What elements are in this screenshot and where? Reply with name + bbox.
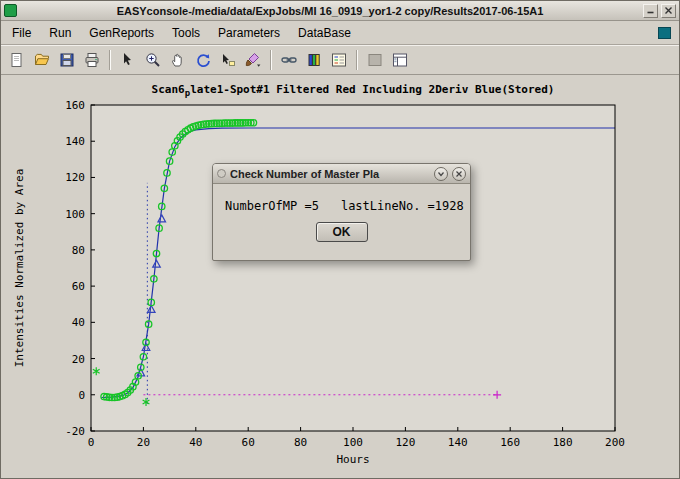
dialog-ok-button[interactable]: OK — [316, 222, 368, 242]
app-window: EASYconsole-/media/data/ExpJobs/MI 16_09… — [0, 0, 680, 479]
svg-text:160: 160 — [500, 436, 520, 449]
svg-text:40: 40 — [189, 436, 202, 449]
svg-text:180: 180 — [553, 436, 573, 449]
new-file-button[interactable] — [5, 48, 29, 72]
close-icon — [664, 6, 673, 15]
window-title: EASYconsole-/media/data/ExpJobs/MI 16_09… — [20, 5, 640, 17]
svg-text:80: 80 — [72, 244, 85, 257]
svg-text:20: 20 — [72, 353, 85, 366]
dialog-collapse-button[interactable] — [434, 167, 448, 181]
svg-text:40: 40 — [72, 316, 85, 329]
toolbar-separator — [356, 50, 358, 70]
dialog-body: NumberOfMP =5 lastLineNo. =1928 OK — [213, 184, 470, 260]
svg-text:60: 60 — [242, 436, 255, 449]
menu-file[interactable]: File — [3, 23, 40, 43]
svg-text:140: 140 — [448, 436, 468, 449]
pan-icon — [169, 51, 187, 69]
menu-database[interactable]: DataBase — [289, 23, 360, 43]
brush-button[interactable] — [241, 48, 265, 72]
titlebar[interactable]: EASYconsole-/media/data/ExpJobs/MI 16_09… — [1, 1, 679, 21]
insert-legend-button[interactable] — [327, 48, 351, 72]
print-button[interactable] — [80, 48, 104, 72]
zoom-in-icon — [144, 51, 162, 69]
hide-plot-tools-button[interactable] — [363, 48, 387, 72]
app-icon — [4, 4, 17, 17]
svg-text:120: 120 — [65, 171, 85, 184]
svg-text:140: 140 — [65, 135, 85, 148]
hide-plot-tools-icon — [366, 51, 384, 69]
dialog-field-lastlineno: lastLineNo. =1928 — [341, 199, 464, 213]
open-file-icon — [33, 51, 51, 69]
zoom-in-button[interactable] — [141, 48, 165, 72]
open-file-button[interactable] — [30, 48, 54, 72]
plot-canvas[interactable]: 020406080100120140160180200-200204060801… — [1, 75, 679, 477]
dialog-title: Check Number of Master Pla — [230, 168, 430, 180]
svg-text:60: 60 — [72, 280, 85, 293]
menu-parameters[interactable]: Parameters — [209, 23, 289, 43]
menu-tools[interactable]: Tools — [163, 23, 209, 43]
figure-area: 020406080100120140160180200-200204060801… — [1, 75, 679, 478]
menu-genreports[interactable]: GenReports — [80, 23, 163, 43]
edit-plot-button[interactable] — [116, 48, 140, 72]
minimize-icon — [646, 6, 655, 15]
pan-button[interactable] — [166, 48, 190, 72]
rotate-3d-button[interactable] — [191, 48, 215, 72]
dialog-check-number-of-master-plates: Check Number of Master Pla NumberOfMP =5… — [212, 163, 471, 261]
data-cursor-icon — [219, 51, 237, 69]
insert-colorbar-icon — [305, 51, 323, 69]
dialog-app-icon — [217, 169, 226, 178]
show-plot-tools-icon — [391, 51, 409, 69]
menubar: File Run GenReports Tools Parameters Dat… — [1, 21, 679, 45]
close-button[interactable] — [661, 4, 676, 18]
dialog-close-button[interactable] — [452, 167, 466, 181]
brush-icon — [244, 51, 262, 69]
svg-text:20: 20 — [137, 436, 150, 449]
y-axis-label: Intensities Normalized by Area — [13, 169, 26, 368]
show-plot-tools-button[interactable] — [388, 48, 412, 72]
save-file-button[interactable] — [55, 48, 79, 72]
new-file-icon — [8, 51, 26, 69]
minimize-button[interactable] — [643, 4, 658, 18]
svg-text:80: 80 — [294, 436, 307, 449]
plot-title: Scan6plate1-Spot#1 Filtered Red Includin… — [152, 83, 555, 98]
x-axis-label: Hours — [336, 453, 369, 466]
svg-text:120: 120 — [395, 436, 415, 449]
svg-text:100: 100 — [343, 436, 363, 449]
save-file-icon — [58, 51, 76, 69]
dialog-titlebar[interactable]: Check Number of Master Pla — [213, 164, 470, 184]
link-plot-button[interactable] — [277, 48, 301, 72]
menubar-badge — [658, 27, 671, 39]
toolbar-separator — [270, 50, 272, 70]
data-cursor-button[interactable] — [216, 48, 240, 72]
svg-text:0: 0 — [88, 436, 95, 449]
link-plot-icon — [280, 51, 298, 69]
svg-text:160: 160 — [65, 99, 85, 112]
edit-plot-icon — [119, 51, 137, 69]
svg-text:200: 200 — [605, 436, 625, 449]
svg-text:100: 100 — [65, 208, 85, 221]
close-icon — [455, 170, 463, 178]
dialog-field-numberofmp: NumberOfMP =5 — [225, 199, 319, 213]
svg-text:-20: -20 — [65, 425, 85, 438]
svg-text:0: 0 — [78, 389, 85, 402]
menu-run[interactable]: Run — [40, 23, 80, 43]
toolbar-separator — [109, 50, 111, 70]
insert-colorbar-button[interactable] — [302, 48, 326, 72]
print-icon — [83, 51, 101, 69]
toolbar — [1, 45, 679, 75]
rotate-3d-icon — [194, 51, 212, 69]
insert-legend-icon — [330, 51, 348, 69]
chevron-down-icon — [437, 170, 445, 178]
